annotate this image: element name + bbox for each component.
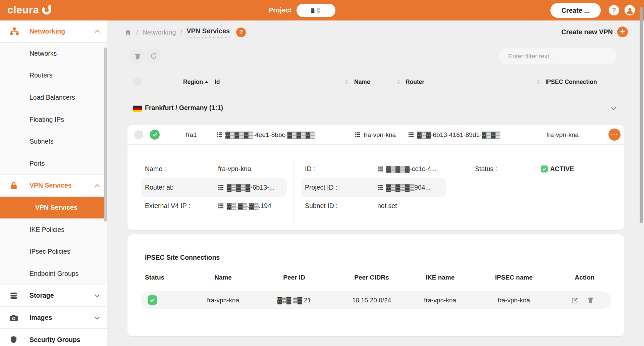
status-text: ACTIVE: [550, 165, 574, 173]
avatar[interactable]: [625, 5, 635, 15]
project-id-value: ▓▒▓▒▓▒964...: [386, 184, 431, 191]
detail-row-id: ID : ▓▒▓▒▓-cc1c-4...: [301, 160, 446, 178]
chevron-down-icon: [95, 293, 100, 297]
detail-row-project-id: Project ID : ▓▒▓▒▓▒964...: [301, 178, 446, 197]
chevron-down-icon[interactable]: [611, 105, 616, 110]
help-glyph: ?: [612, 6, 616, 14]
help-icon[interactable]: ?: [609, 5, 619, 15]
cell-ipsec-connection: fra-vpn-kna: [546, 125, 579, 145]
delete-selected-button[interactable]: [130, 48, 145, 64]
vpn-table-row[interactable]: fra1 ▓▒▓▒▓▒-4ee1-8bbc-▓▒▓▒▓▒ fra-vpn-kna…: [127, 125, 624, 145]
refresh-icon: [150, 52, 157, 60]
copy-icon[interactable]: [377, 185, 383, 190]
sidebar-item-label: Storage: [30, 292, 54, 299]
brand-text: cleura: [7, 4, 39, 16]
breadcrumb-networking[interactable]: Networking: [143, 29, 176, 36]
copy-icon[interactable]: [218, 203, 224, 209]
sidebar-item-ike-policies[interactable]: IKE Policies: [0, 218, 107, 241]
conn-cell-ike-name: fra-vpn-kna: [424, 291, 456, 309]
sidebar-item-label: VPN Services: [35, 204, 77, 211]
sort-asc-icon: [205, 81, 208, 83]
delete-connection-button[interactable]: [587, 297, 594, 303]
filter-input[interactable]: [499, 48, 616, 64]
copy-icon[interactable]: [355, 132, 361, 138]
conn-column-action: Action: [575, 274, 594, 281]
cleura-logo-icon: [41, 5, 52, 15]
copy-icon[interactable]: [218, 185, 224, 190]
page-help-icon[interactable]: ?: [236, 28, 246, 37]
chevron-up-icon: [95, 184, 100, 189]
trash-icon: [134, 53, 141, 60]
sidebar-item-ports[interactable]: Ports: [0, 153, 107, 175]
breadcrumb-separator: /: [136, 29, 138, 36]
sidebar-item-label: Networking: [30, 28, 65, 35]
app-header: cleura Project ▓ ▒ Create ... ?: [0, 0, 644, 20]
project-value: ▓ ▒: [311, 8, 321, 13]
copy-icon[interactable]: [377, 166, 383, 172]
column-header-region[interactable]: Region: [183, 74, 208, 90]
detail-value: ▓▒▓▒▓▒964...: [377, 184, 431, 191]
stack-icon: [9, 291, 18, 300]
refresh-button[interactable]: [146, 48, 161, 64]
camera-icon: [9, 313, 18, 322]
connection-row: fra-vpn-kna ▓▒▓.▒▓.21 10.15.20.0/24 fra-…: [141, 291, 611, 309]
plus-icon: +: [617, 27, 628, 37]
status-ok-icon: [150, 130, 160, 140]
sidebar-item-images[interactable]: Images: [0, 307, 107, 329]
chevron-up-icon: [95, 30, 100, 35]
sidebar-item-vpn-services-section[interactable]: VPN Services: [0, 175, 107, 197]
select-all-checkbox[interactable]: [133, 77, 142, 86]
conn-cell-peer-id: ▓▒▓.▒▓.21: [277, 291, 311, 309]
sitemap-icon: [9, 26, 19, 36]
row-menu-button[interactable]: ···: [608, 129, 621, 141]
create-new-vpn-button[interactable]: Create new VPN +: [561, 27, 628, 37]
page-scrollbar[interactable]: [640, 7, 643, 223]
id-value: ▓▒▓▒▓▒-4ee1-8bbc-▓▒▓▒▓▒: [225, 131, 315, 139]
sidebar-item-load-balancers[interactable]: Load Balancers: [0, 87, 107, 109]
sidebar-item-floating-ips[interactable]: Floating IPs: [0, 108, 107, 131]
conn-column-name: Name: [214, 274, 232, 281]
detail-value: ▓▒▓▒▓-cc1c-4...: [377, 165, 436, 173]
sidebar-item-label: Routers: [30, 71, 52, 79]
sort-icon[interactable]: [397, 79, 400, 85]
column-header-id[interactable]: Id: [215, 74, 220, 90]
sidebar-item-security-groups[interactable]: Security Groups: [0, 329, 107, 346]
sidebar-item-endpoint-groups[interactable]: Endpoint Groups: [0, 263, 107, 285]
sort-icon[interactable]: [537, 79, 540, 85]
row-checkbox[interactable]: [134, 130, 143, 139]
app-logo: cleura: [7, 4, 52, 16]
sidebar-item-label: Load Balancers: [30, 94, 75, 101]
region-group-row[interactable]: Frankfurt / Germany (1:1): [127, 99, 624, 118]
sidebar-item-routers[interactable]: Routers: [0, 64, 107, 87]
sidebar-item-label: Ports: [30, 160, 45, 167]
create-button[interactable]: Create ...: [550, 3, 601, 18]
conn-cell-name: fra-vpn-kna: [207, 291, 239, 309]
conn-column-peer-cidrs: Peer CIDRs: [354, 274, 389, 281]
home-icon[interactable]: [124, 29, 132, 36]
id-value: ▓▒▓▒▓-cc1c-4...: [386, 165, 436, 173]
column-header-name[interactable]: Name: [354, 74, 370, 90]
sort-icon[interactable]: [345, 79, 348, 85]
edit-connection-button[interactable]: [571, 297, 579, 304]
edit-icon: [571, 297, 579, 304]
sidebar-item-label: Networks: [30, 50, 57, 57]
sidebar-item-label: Security Groups: [30, 336, 80, 344]
sidebar-item-storage[interactable]: Storage: [0, 285, 107, 307]
sidebar-item-subnets[interactable]: Subnets: [0, 131, 107, 153]
sidebar-item-networks[interactable]: Networks: [0, 43, 107, 65]
copy-icon[interactable]: [408, 132, 414, 138]
column-header-router[interactable]: Router: [406, 74, 424, 90]
copy-icon[interactable]: [217, 132, 222, 138]
user-icon: [626, 6, 634, 15]
breadcrumb-current[interactable]: VPN Services: [186, 27, 230, 38]
lock-icon: [9, 181, 18, 190]
sidebar-item-networking[interactable]: Networking: [0, 20, 107, 43]
conn-column-status: Status: [145, 274, 164, 281]
sidebar-item-vpn-services[interactable]: VPN Services: [0, 197, 107, 219]
column-header-ipsec-connection[interactable]: IPSEC Connection: [545, 74, 597, 90]
detail-column-1: Name : fra-vpn-kna Router at: ▓▒▓▒▓-6b13…: [141, 160, 287, 215]
sidebar-item-ipsec-policies[interactable]: IPsec Policies: [0, 241, 107, 263]
project-selector[interactable]: ▓ ▒: [297, 4, 335, 17]
sidebar-scrollbar[interactable]: [104, 47, 107, 222]
ipsec-connections-title: IPSEC Site Connections: [145, 254, 220, 261]
